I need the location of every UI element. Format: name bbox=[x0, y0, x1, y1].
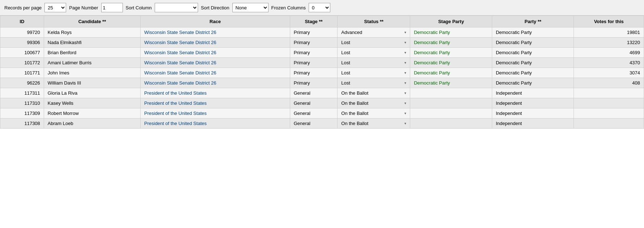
cell-candidate: Robert Morrow bbox=[44, 108, 140, 119]
table-wrapper: ID Candidate ** Race Stage ** Status ** … bbox=[0, 16, 644, 129]
records-per-page-select[interactable]: 25 10 50 100 bbox=[44, 3, 66, 12]
col-header-stage-party[interactable]: Stage Party bbox=[410, 16, 492, 27]
cell-stage: General bbox=[290, 88, 338, 98]
cell-race: Wisconsin State Senate District 26 bbox=[141, 27, 290, 38]
col-header-stage[interactable]: Stage ** bbox=[290, 16, 338, 27]
cell-stage: Primary bbox=[290, 38, 338, 48]
cell-status: On the Ballot▾ bbox=[338, 88, 410, 98]
cell-id: 117308 bbox=[0, 119, 44, 129]
cell-votes: 4699 bbox=[574, 48, 644, 58]
cell-id: 100677 bbox=[0, 48, 44, 58]
frozen-columns-select[interactable]: 0 1 2 3 4 bbox=[309, 3, 330, 12]
col-header-party[interactable]: Party ** bbox=[492, 16, 574, 27]
cell-stage: General bbox=[290, 98, 338, 108]
table-row: 117310Kasey WellsPresident of the United… bbox=[0, 98, 644, 108]
cell-status: Lost▾ bbox=[338, 48, 410, 58]
cell-race: Wisconsin State Senate District 26 bbox=[141, 48, 290, 58]
status-dropdown-arrow[interactable]: ▾ bbox=[404, 61, 406, 65]
cell-id: 117309 bbox=[0, 108, 44, 119]
cell-id: 117310 bbox=[0, 98, 44, 108]
table-row: 99720Kelda RoysWisconsin State Senate Di… bbox=[0, 27, 644, 38]
toolbar: Records per page 25 10 50 100 Page Numbe… bbox=[0, 0, 644, 16]
status-dropdown-arrow[interactable]: ▾ bbox=[404, 40, 406, 44]
cell-stage: Primary bbox=[290, 68, 338, 78]
sort-column-label: Sort Column bbox=[126, 5, 152, 10]
status-text: On the Ballot bbox=[341, 121, 368, 126]
records-per-page-label: Records per page bbox=[4, 5, 42, 10]
cell-votes bbox=[574, 119, 644, 129]
page-number-input[interactable] bbox=[101, 3, 123, 12]
cell-candidate: John Imes bbox=[44, 68, 140, 78]
status-text: Lost bbox=[341, 70, 350, 76]
status-text: Advanced bbox=[341, 30, 362, 35]
cell-stage: Primary bbox=[290, 48, 338, 58]
cell-status: Lost▾ bbox=[338, 38, 410, 48]
status-dropdown-arrow[interactable]: ▾ bbox=[404, 30, 406, 34]
cell-stage: Primary bbox=[290, 27, 338, 38]
status-dropdown-arrow[interactable]: ▾ bbox=[404, 111, 406, 115]
cell-stage-party: Democratic Party bbox=[410, 68, 492, 78]
cell-status: On the Ballot▾ bbox=[338, 119, 410, 129]
cell-votes: 3074 bbox=[574, 68, 644, 78]
cell-party: Democratic Party bbox=[492, 68, 574, 78]
col-header-votes[interactable]: Votes for this bbox=[574, 16, 644, 27]
table-row: 96226William Davis IIIWisconsin State Se… bbox=[0, 78, 644, 88]
cell-race: President of the United States bbox=[141, 88, 290, 98]
cell-party: Independent bbox=[492, 88, 574, 98]
status-text: On the Ballot bbox=[341, 90, 368, 96]
data-table: ID Candidate ** Race Stage ** Status ** … bbox=[0, 16, 644, 129]
cell-party: Independent bbox=[492, 108, 574, 119]
status-dropdown-arrow[interactable]: ▾ bbox=[404, 91, 406, 95]
table-row: 117311Gloria La RivaPresident of the Uni… bbox=[0, 88, 644, 98]
col-header-status[interactable]: Status ** bbox=[338, 16, 410, 27]
status-dropdown-arrow[interactable]: ▾ bbox=[404, 101, 406, 105]
cell-candidate: Kasey Wells bbox=[44, 98, 140, 108]
status-dropdown-arrow[interactable]: ▾ bbox=[404, 121, 406, 125]
cell-party: Democratic Party bbox=[492, 48, 574, 58]
cell-id: 99306 bbox=[0, 38, 44, 48]
cell-status: Lost▾ bbox=[338, 58, 410, 68]
table-header-row: ID Candidate ** Race Stage ** Status ** … bbox=[0, 16, 644, 27]
cell-status: Lost▾ bbox=[338, 78, 410, 88]
cell-votes: 13220 bbox=[574, 38, 644, 48]
cell-candidate: Amani Latimer Burris bbox=[44, 58, 140, 68]
sort-column-select[interactable]: ID Candidate Race Stage Status Stage Par… bbox=[155, 3, 198, 12]
cell-stage: Primary bbox=[290, 58, 338, 68]
table-row: 117308Abram LoebPresident of the United … bbox=[0, 119, 644, 129]
cell-votes bbox=[574, 108, 644, 119]
cell-id: 101772 bbox=[0, 58, 44, 68]
cell-race: Wisconsin State Senate District 26 bbox=[141, 78, 290, 88]
cell-party: Independent bbox=[492, 98, 574, 108]
cell-race: Wisconsin State Senate District 26 bbox=[141, 68, 290, 78]
col-header-id[interactable]: ID bbox=[0, 16, 44, 27]
cell-party: Independent bbox=[492, 119, 574, 129]
status-dropdown-arrow[interactable]: ▾ bbox=[404, 81, 406, 85]
cell-candidate: Kelda Roys bbox=[44, 27, 140, 38]
frozen-columns-label: Frozen Columns bbox=[271, 5, 306, 10]
cell-stage-party: Democratic Party bbox=[410, 27, 492, 38]
sort-direction-select[interactable]: None Ascending Descending bbox=[232, 3, 269, 12]
table-row: 99306Nada ElmikashfiWisconsin State Sena… bbox=[0, 38, 644, 48]
cell-race: President of the United States bbox=[141, 98, 290, 108]
cell-stage-party bbox=[410, 119, 492, 129]
status-dropdown-arrow[interactable]: ▾ bbox=[404, 71, 406, 75]
cell-status: Advanced▾ bbox=[338, 27, 410, 38]
col-header-race[interactable]: Race bbox=[141, 16, 290, 27]
cell-stage-party bbox=[410, 108, 492, 119]
cell-status: Lost▾ bbox=[338, 68, 410, 78]
cell-votes: 19801 bbox=[574, 27, 644, 38]
status-text: Lost bbox=[341, 60, 350, 65]
cell-stage-party: Democratic Party bbox=[410, 48, 492, 58]
table-row: 117309Robert MorrowPresident of the Unit… bbox=[0, 108, 644, 119]
cell-stage-party: Democratic Party bbox=[410, 38, 492, 48]
status-dropdown-arrow[interactable]: ▾ bbox=[404, 51, 406, 55]
cell-candidate: Abram Loeb bbox=[44, 119, 140, 129]
sort-direction-label: Sort Direction bbox=[201, 5, 229, 10]
cell-party: Democratic Party bbox=[492, 27, 574, 38]
col-header-candidate[interactable]: Candidate ** bbox=[44, 16, 140, 27]
cell-stage-party: Democratic Party bbox=[410, 58, 492, 68]
status-text: Lost bbox=[341, 80, 350, 86]
cell-race: Wisconsin State Senate District 26 bbox=[141, 38, 290, 48]
cell-id: 101771 bbox=[0, 68, 44, 78]
cell-candidate: William Davis III bbox=[44, 78, 140, 88]
